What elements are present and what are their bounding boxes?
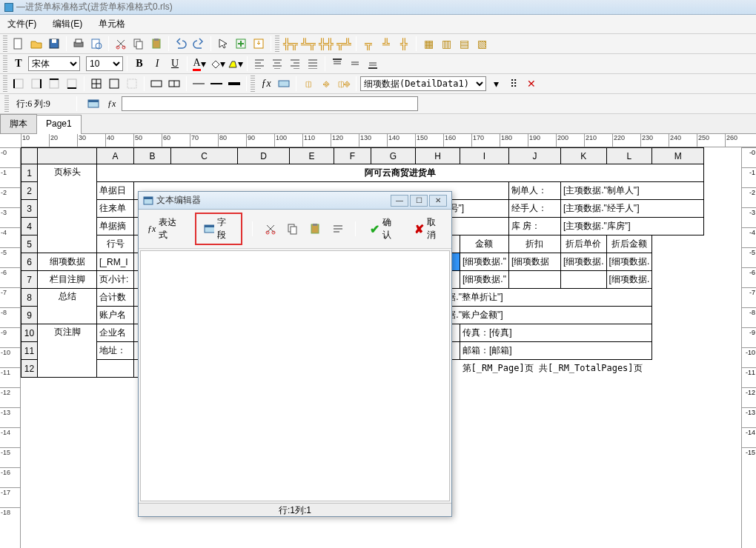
region-1[interactable]: ⎅ bbox=[300, 76, 316, 92]
expression-button[interactable]: ƒx 表达式 bbox=[143, 214, 188, 244]
italic-button[interactable]: I bbox=[149, 56, 165, 72]
preview-button[interactable] bbox=[88, 36, 105, 52]
svg-rect-16 bbox=[32, 79, 41, 88]
tab-script[interactable]: 脚本 bbox=[0, 114, 37, 133]
grip bbox=[3, 56, 7, 72]
valign-top-button[interactable] bbox=[329, 56, 345, 72]
underline-button[interactable]: U bbox=[167, 56, 183, 72]
svg-rect-21 bbox=[127, 79, 136, 88]
grid-tool-2[interactable]: ▥ bbox=[438, 36, 454, 52]
insert-button[interactable] bbox=[233, 36, 249, 52]
ruler-horizontal: 1020304050607080901001101201301401501601… bbox=[21, 134, 756, 147]
border-all[interactable] bbox=[88, 76, 105, 92]
band-tool-2[interactable]: ╩╦ bbox=[300, 36, 316, 52]
fill-color-button[interactable]: ▾ bbox=[209, 56, 225, 72]
band-pagefooter: 页注脚 bbox=[38, 324, 97, 378]
menu-cell[interactable]: 单元格 bbox=[96, 16, 128, 32]
data-band-select[interactable]: 细项数据(DetailData1) bbox=[360, 76, 486, 91]
align-justify-button[interactable] bbox=[305, 56, 321, 72]
toolbar-font: T 宋体 10 B I U A ▾ ▾ ▾ bbox=[0, 54, 756, 74]
dialog-paste[interactable] bbox=[308, 221, 322, 237]
border-top[interactable] bbox=[46, 76, 62, 92]
merge-center[interactable] bbox=[166, 76, 182, 92]
font-size-select[interactable]: 10 bbox=[86, 56, 123, 71]
formula-input[interactable] bbox=[122, 96, 418, 111]
fn-button[interactable]: ƒx bbox=[258, 76, 274, 92]
dialog-maximize[interactable]: ☐ bbox=[410, 195, 428, 207]
cut-button[interactable] bbox=[113, 36, 129, 52]
save-button[interactable] bbox=[46, 36, 62, 52]
grip bbox=[3, 36, 7, 52]
svg-rect-12 bbox=[154, 39, 159, 41]
font-family-select[interactable]: 宋体 bbox=[28, 56, 80, 71]
menu-file[interactable]: 文件(F) bbox=[4, 16, 39, 32]
dialog-wrap[interactable] bbox=[331, 221, 345, 237]
confirm-button[interactable]: ✔ 确认 bbox=[365, 214, 402, 244]
export-button[interactable] bbox=[251, 36, 267, 52]
band-insert[interactable] bbox=[276, 76, 292, 92]
bold-button[interactable]: B bbox=[131, 56, 147, 72]
dialog-copy[interactable] bbox=[285, 221, 300, 237]
dialog-cut[interactable] bbox=[262, 221, 277, 237]
redo-button[interactable] bbox=[190, 36, 207, 52]
grip bbox=[4, 96, 9, 112]
align-center-button[interactable] bbox=[269, 56, 285, 72]
svg-rect-4 bbox=[76, 39, 82, 43]
band-opts[interactable]: ⠿ bbox=[505, 76, 522, 92]
border-right[interactable] bbox=[28, 76, 44, 92]
band-summary: 总结 bbox=[38, 289, 97, 324]
line-thin[interactable] bbox=[190, 76, 207, 92]
line-med[interactable] bbox=[208, 76, 225, 92]
dialog-minimize[interactable]: — bbox=[391, 195, 408, 207]
grid-tool-3[interactable]: ▤ bbox=[456, 36, 472, 52]
svg-rect-0 bbox=[14, 39, 21, 49]
region-3[interactable]: ⎅⎆ bbox=[336, 76, 352, 92]
toolbar-border: ƒx ⎅ ⎆ ⎅⎆ 细项数据(DetailData1) ▾ ⠿ ✕ bbox=[0, 74, 756, 94]
field-icon[interactable] bbox=[85, 96, 102, 112]
open-button[interactable] bbox=[28, 36, 44, 52]
band-tool-6[interactable]: ╩ bbox=[378, 36, 394, 52]
undo-button[interactable] bbox=[173, 36, 189, 52]
band-tool-4[interactable]: ╦╩ bbox=[336, 36, 352, 52]
cancel-button[interactable]: ✘ 取消 bbox=[410, 214, 447, 244]
text-tool[interactable]: T bbox=[10, 56, 27, 72]
line-thick[interactable] bbox=[226, 76, 242, 92]
field-icon bbox=[204, 224, 215, 234]
align-left-button[interactable] bbox=[251, 56, 268, 72]
border-none[interactable] bbox=[124, 76, 140, 92]
grid-tool-4[interactable]: ▧ bbox=[474, 36, 490, 52]
grid-tool-1[interactable]: ▦ bbox=[420, 36, 437, 52]
menu-edit[interactable]: 编辑(E) bbox=[50, 16, 85, 32]
band-tool-3[interactable]: ╬╬ bbox=[318, 36, 334, 52]
band-tool-1[interactable]: ╬╦ bbox=[282, 36, 299, 52]
highlight-button[interactable]: ▾ bbox=[227, 56, 243, 72]
valign-middle-button[interactable] bbox=[347, 56, 363, 72]
tab-page1[interactable]: Page1 bbox=[36, 115, 82, 134]
band-more[interactable]: ▾ bbox=[488, 76, 504, 92]
dialog-titlebar[interactable]: 文本编辑器 — ☐ ✕ bbox=[139, 192, 451, 210]
band-tool-7[interactable]: ╬ bbox=[396, 36, 412, 52]
band-close[interactable]: ✕ bbox=[523, 76, 540, 92]
field-button[interactable]: 字段 bbox=[195, 213, 243, 245]
row-1[interactable]: 1 页标头 阿可云商贸进货单 bbox=[21, 164, 704, 182]
border-bottom[interactable] bbox=[64, 76, 80, 92]
copy-button[interactable] bbox=[130, 36, 147, 52]
dialog-close[interactable]: ✕ bbox=[429, 195, 447, 207]
border-left[interactable] bbox=[10, 76, 27, 92]
page-tabs: 脚本 Page1 bbox=[0, 114, 756, 134]
svg-rect-20 bbox=[110, 79, 119, 88]
border-outer[interactable] bbox=[106, 76, 122, 92]
merge-horiz[interactable] bbox=[148, 76, 165, 92]
band-tool-5[interactable]: ╦ bbox=[360, 36, 377, 52]
paste-button[interactable] bbox=[148, 36, 165, 52]
region-2[interactable]: ⎆ bbox=[318, 76, 334, 92]
dialog-textarea[interactable] bbox=[140, 250, 450, 501]
pointer-button[interactable] bbox=[215, 36, 231, 52]
svg-rect-28 bbox=[144, 197, 153, 199]
svg-rect-26 bbox=[88, 100, 99, 102]
new-button[interactable] bbox=[10, 36, 27, 52]
align-right-button[interactable] bbox=[287, 56, 303, 72]
print-button[interactable] bbox=[70, 36, 87, 52]
valign-bottom-button[interactable] bbox=[365, 56, 381, 72]
font-color-button[interactable]: A ▾ bbox=[191, 56, 208, 72]
